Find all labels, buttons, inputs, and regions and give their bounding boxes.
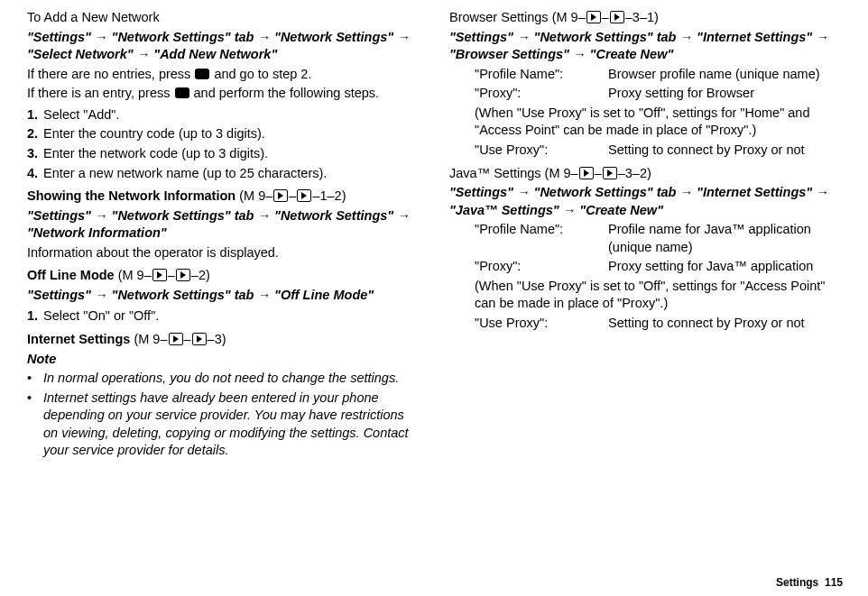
- network-info-title: Showing the Network Information (M 9–––1…: [27, 188, 419, 206]
- code-post: –3–1): [625, 10, 659, 24]
- step-text: Enter a new network name (up to 25 chara…: [43, 166, 327, 180]
- text: and perform the following steps.: [190, 86, 380, 100]
- setting-key: "Use Proxy":: [475, 142, 608, 160]
- java-settings-rows: "Profile Name": Profile name for Java™ a…: [449, 221, 841, 332]
- right-key-icon: [297, 189, 311, 202]
- add-network-noentries: If there are no entries, press and go to…: [27, 66, 419, 84]
- code-post: –3–2): [618, 166, 651, 180]
- step-text: Select "On" or "Off".: [43, 308, 159, 323]
- browser-proxy-note: (When "Use Proxy" is set to "Off", setti…: [475, 105, 841, 140]
- setting-key: "Profile Name":: [475, 221, 608, 256]
- step-3: 3.Enter the network code (up to 3 digits…: [43, 145, 419, 163]
- code-post: –1–2): [312, 188, 346, 203]
- right-key-icon: [176, 269, 190, 281]
- setting-row: "Profile Name": Browser profile name (un…: [475, 66, 841, 84]
- note-bullet-2: Internet settings have already been ente…: [43, 390, 419, 460]
- setting-key: "Profile Name":: [475, 66, 608, 84]
- footer-section: Settings: [776, 576, 818, 589]
- note-label: Note: [27, 351, 419, 369]
- note-bullets: In normal operations, you do not need to…: [27, 370, 419, 460]
- step-text: Enter the network code (up to 3 digits).: [43, 146, 268, 160]
- setting-row: "Proxy": Proxy setting for Browser: [475, 85, 841, 103]
- page-footer: Settings 115: [776, 576, 843, 589]
- setting-key: "Proxy":: [475, 85, 608, 103]
- setting-value: Proxy setting for Java™ application: [608, 258, 841, 276]
- step-1: 1.Select "On" or "Off".: [43, 307, 419, 326]
- title-text: Off Line Mode: [27, 268, 118, 282]
- setting-key: "Proxy":: [475, 258, 608, 276]
- keycap-icon: [175, 87, 189, 98]
- step-text: Select "Add".: [43, 107, 119, 122]
- add-network-title: To Add a New Network: [27, 9, 419, 27]
- code-pre: (M 9–: [545, 166, 578, 180]
- right-key-icon: [586, 11, 601, 23]
- bullet-text: Internet settings have already been ente…: [43, 390, 409, 458]
- left-column: To Add a New Network "Settings" → "Netwo…: [27, 9, 419, 462]
- text: If there is an entry, press: [27, 86, 174, 100]
- right-key-icon: [603, 167, 617, 179]
- offline-mode-title: Off Line Mode (M 9–––2): [27, 267, 419, 285]
- setting-value: Setting to connect by Proxy or not: [608, 315, 841, 333]
- setting-value: Proxy setting for Browser: [608, 85, 841, 103]
- document-page: To Add a New Network "Settings" → "Netwo…: [0, 0, 868, 596]
- add-network-steps: 1.Select "Add". 2.Enter the country code…: [27, 106, 419, 182]
- network-info-desc: Information about the operator is displa…: [27, 244, 419, 262]
- bullet-text: In normal operations, you do not need to…: [43, 371, 399, 385]
- browser-settings-path: "Settings" → "Network Settings" tab → "I…: [449, 29, 841, 64]
- setting-row: "Profile Name": Profile name for Java™ a…: [475, 221, 841, 256]
- code-pre: (M 9–: [118, 268, 152, 282]
- code-pre: (M 9–: [239, 188, 272, 203]
- footer-page-number: 115: [825, 576, 843, 589]
- step-1: 1.Select "Add".: [43, 106, 419, 124]
- step-4: 4.Enter a new network name (up to 25 cha…: [43, 165, 419, 183]
- java-proxy-note: (When "Use Proxy" is set to "Off", setti…: [475, 278, 841, 313]
- right-key-icon: [169, 333, 183, 345]
- java-settings-title: Java™ Settings (M 9–––3–2): [449, 165, 841, 183]
- setting-row: "Use Proxy": Setting to connect by Proxy…: [475, 142, 841, 160]
- right-key-icon: [579, 167, 594, 179]
- add-network-entry: If there is an entry, press and perform …: [27, 85, 419, 103]
- right-column: Browser Settings (M 9–––3–1) "Settings" …: [449, 9, 841, 462]
- right-key-icon: [610, 11, 624, 23]
- step-text: Enter the country code (up to 3 digits).: [43, 126, 265, 141]
- note-bullet-1: In normal operations, you do not need to…: [43, 370, 419, 388]
- title-text: Java™ Settings: [449, 166, 545, 180]
- right-key-icon: [192, 333, 207, 345]
- title-text: Browser Settings: [449, 10, 552, 24]
- network-info-path: "Settings" → "Network Settings" tab → "N…: [27, 207, 419, 243]
- setting-value: Browser profile name (unique name): [608, 66, 841, 84]
- offline-steps: 1.Select "On" or "Off".: [27, 307, 419, 326]
- text: and go to step 2.: [210, 67, 311, 81]
- offline-mode-path: "Settings" → "Network Settings" tab → "O…: [27, 287, 419, 305]
- text: If there are no entries, press: [27, 67, 194, 81]
- browser-settings-title: Browser Settings (M 9–––3–1): [449, 9, 841, 27]
- right-key-icon: [152, 269, 167, 281]
- code-post: –2): [191, 268, 210, 282]
- right-key-icon: [273, 189, 288, 202]
- setting-value: Setting to connect by Proxy or not: [608, 142, 841, 160]
- keycap-icon: [195, 69, 209, 79]
- setting-key: "Use Proxy":: [475, 315, 608, 333]
- code-pre: (M 9–: [134, 332, 167, 346]
- step-2: 2.Enter the country code (up to 3 digits…: [43, 125, 419, 143]
- add-network-path: "Settings" → "Network Settings" tab → "N…: [27, 29, 419, 64]
- code-pre: (M 9–: [552, 10, 586, 24]
- setting-row: "Use Proxy": Setting to connect by Proxy…: [475, 315, 841, 333]
- title-text: Showing the Network Information: [27, 188, 239, 203]
- internet-settings-title: Internet Settings (M 9–––3): [27, 331, 419, 349]
- title-text: Internet Settings: [27, 332, 134, 346]
- setting-value: Profile name for Java™ application (uniq…: [608, 221, 841, 256]
- code-post: –3): [208, 332, 226, 346]
- java-settings-path: "Settings" → "Network Settings" tab → "I…: [449, 184, 841, 219]
- setting-row: "Proxy": Proxy setting for Java™ applica…: [475, 258, 841, 276]
- browser-settings-rows: "Profile Name": Browser profile name (un…: [449, 66, 841, 160]
